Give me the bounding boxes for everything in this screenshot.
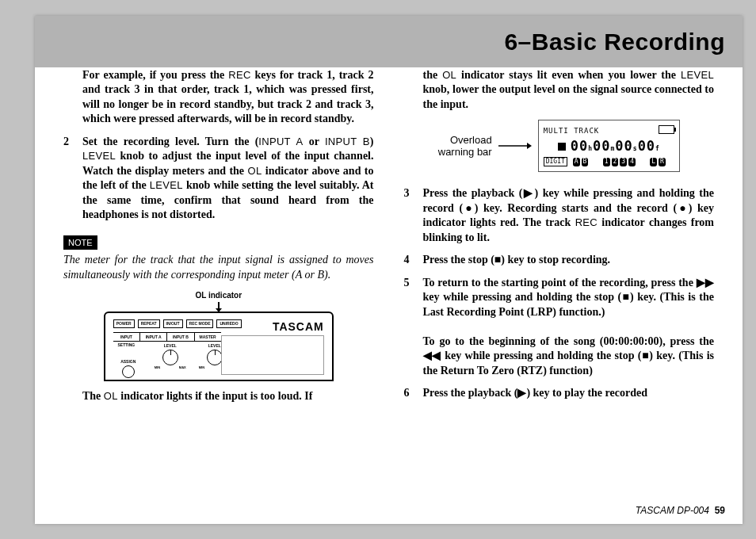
brand-label: TASCAM <box>273 319 324 334</box>
chapter-header: 6–Basic Recording <box>35 16 743 67</box>
step-number: 6 <box>404 386 415 400</box>
step-text: Press the playback (▶) key to play the r… <box>423 386 715 400</box>
figure-device-panel: OL indicator POWER REPEAT IN/OUT REC MOD… <box>104 290 334 381</box>
svg-marker-1 <box>527 143 532 149</box>
note-block: NOTE The meter for the track that the in… <box>63 231 374 282</box>
arrow-right-icon <box>498 141 532 151</box>
step-5: 5 To return to the starting point of the… <box>404 276 715 378</box>
column-right: the OL indicator stays lit even when you… <box>404 68 715 491</box>
ol-indicator-label: OL indicator <box>104 290 334 300</box>
knob-icon <box>207 350 223 365</box>
assign-knob-icon <box>122 365 135 378</box>
step-text: Press the playback (▶) key while pressin… <box>423 186 715 245</box>
para-example: For example, if you press the REC keys f… <box>63 68 374 127</box>
step-number: 2 <box>63 135 74 223</box>
lcd-display: MULTI TRACK 00h00m00s00f DIGIT AB 1234 <box>538 120 680 172</box>
lcd-mode: MULTI TRACK <box>544 127 600 136</box>
column-left: For example, if you press the REC keys f… <box>63 68 374 491</box>
btn-power: POWER <box>113 319 135 328</box>
footer-model: TASCAM DP-004 <box>636 505 709 516</box>
content-columns: For example, if you press the REC keys f… <box>63 68 714 491</box>
note-body: The meter for the track that the input s… <box>63 253 374 282</box>
knob-icon <box>162 350 178 365</box>
page: 6–Basic Recording For example, if you pr… <box>35 16 743 524</box>
step-6: 6 Press the playback (▶) key to play the… <box>404 386 715 400</box>
lcd-time: 00h00m00s00f <box>558 137 674 155</box>
step-3: 3 Press the playback (▶) key while press… <box>404 186 715 245</box>
step-text: To return to the starting point of the r… <box>423 276 715 378</box>
step-2: 2 Set the recording level. Turn the (INP… <box>63 135 374 223</box>
device-panel: POWER REPEAT IN/OUT REC MODE UN/REDO TAS… <box>104 312 334 381</box>
battery-icon <box>659 125 674 134</box>
note-tag: NOTE <box>63 235 97 250</box>
step-4: 4 Press the stop (■) key to stop recordi… <box>404 253 715 267</box>
step-number: 3 <box>404 186 415 245</box>
display-screen <box>221 335 324 375</box>
channel-strip-labels: INPUT SETTING INPUT A INPUT B MASTER <box>113 332 221 342</box>
step-text: Set the recording level. Turn the (INPUT… <box>82 135 374 223</box>
figure-lcd: Overload warning bar MULTI TRACK 00h00m0… <box>438 120 680 172</box>
btn-recmode: REC MODE <box>186 319 214 328</box>
step-number: 4 <box>404 253 415 267</box>
lcd-tag: DIGIT <box>544 157 567 167</box>
arrow-down-icon <box>218 302 220 312</box>
para-ol-stays-lit: the OL indicator stays lit even when you… <box>404 68 715 112</box>
btn-repeat: REPEAT <box>138 319 160 328</box>
page-footer: TASCAM DP-004 59 <box>636 505 725 516</box>
record-square-icon <box>558 143 566 151</box>
step-number: 5 <box>404 276 415 378</box>
knob-input-a: LEVEL MINMAX <box>155 343 186 369</box>
lcd-bottom-row: DIGIT AB 1234 LR <box>544 157 674 167</box>
panel-buttons: POWER REPEAT IN/OUT REC MODE UN/REDO <box>113 319 242 328</box>
overload-label: Overload warning bar <box>438 134 492 159</box>
step-text: Press the stop (■) key to stop recording… <box>423 253 715 267</box>
footer-page-number: 59 <box>715 505 725 516</box>
assign-block: ASSIGN <box>110 359 147 379</box>
para-ol-indicator: The OL indicator lights if the input is … <box>63 389 374 403</box>
btn-unredo: UN/REDO <box>216 319 241 328</box>
btn-inout: IN/OUT <box>163 319 183 328</box>
chapter-title: 6–Basic Recording <box>504 29 725 55</box>
